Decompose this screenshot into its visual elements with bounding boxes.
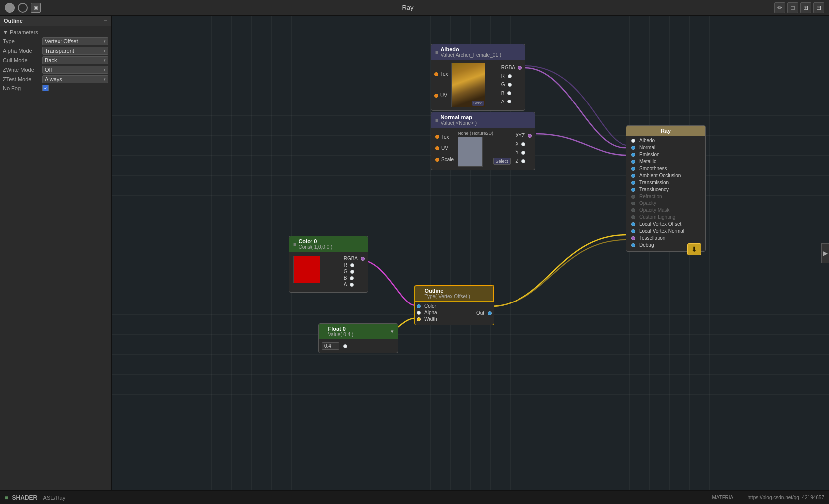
port-ol-alpha-in[interactable]: [417, 311, 421, 315]
panel-close-icon[interactable]: −: [104, 18, 107, 24]
port-ray-tessellation[interactable]: [631, 236, 635, 240]
port-ray-opacitymask[interactable]: [631, 208, 635, 212]
port-ray-debug[interactable]: [631, 243, 635, 247]
normalmap-inner: Tex UV Scale None (Texture2D): [433, 130, 533, 168]
port-b-out[interactable]: [507, 91, 511, 95]
ray-port-opacitymask: Opacity Mask: [628, 207, 703, 213]
port-r-out[interactable]: [508, 74, 512, 78]
albedo-port-b: B: [501, 91, 522, 96]
port-c-a-out[interactable]: [350, 283, 354, 287]
port-ray-metallic[interactable]: [631, 160, 635, 164]
port-ray-ao[interactable]: [631, 174, 635, 178]
albedo-subtitle: Value( Archer_Female_01 ): [440, 52, 501, 58]
color-port-a: A: [344, 282, 365, 287]
window-title: Ray: [402, 4, 413, 11]
port-ol-out[interactable]: [488, 311, 492, 315]
ray-port-ao: Ambient Occlusion: [628, 173, 703, 178]
left-panel: Outline − ▼ Parameters Type Vertex: Offs…: [0, 16, 112, 490]
port-c-rgba-out[interactable]: [361, 257, 365, 261]
shape-circle-btn[interactable]: [18, 3, 28, 13]
send-label[interactable]: Send: [472, 101, 483, 106]
param-value-cull[interactable]: Back ▾: [42, 56, 108, 64]
section-header: ▼ Parameters: [3, 29, 108, 35]
ray-port-smoothness: Smoothness: [628, 166, 703, 171]
color-port-rgba: RGBA: [344, 256, 365, 261]
shape-sphere-btn[interactable]: [5, 3, 15, 13]
port-ray-smoothness[interactable]: [631, 167, 635, 171]
pen-icon-btn[interactable]: ✏: [774, 2, 785, 13]
albedo-port-tex: Tex: [434, 71, 448, 77]
normalmap-subtitle: Value( <None> ): [440, 120, 477, 126]
port-c-r-out[interactable]: [350, 263, 354, 267]
port-nuv-in[interactable]: [435, 146, 439, 150]
panel-title-label: Outline: [4, 18, 23, 24]
port-ol-color-in[interactable]: [417, 304, 421, 308]
shape-box-btn[interactable]: ▣: [31, 3, 41, 13]
param-value-ztest[interactable]: Always ▾: [42, 75, 108, 83]
port-tex-in[interactable]: [434, 72, 438, 76]
albedo-inner: Tex UV Send RGBA: [433, 62, 523, 108]
color-port-r: R: [344, 262, 365, 268]
normalmap-middle: None (Texture2D) Select: [457, 130, 514, 168]
normalmap-tex-label: None (Texture2D): [458, 131, 493, 136]
outline-header: ≡ Outline Type( Vertex Offset ): [415, 285, 494, 302]
port-ol-width-in[interactable]: [417, 317, 421, 321]
nofog-checkbox[interactable]: [42, 85, 49, 91]
port-ray-albedo[interactable]: [631, 139, 635, 143]
outline-port-color: Color: [417, 303, 437, 309]
download-icon[interactable]: ⬇: [687, 243, 701, 255]
port-c-g-out[interactable]: [350, 270, 354, 274]
port-ray-lvo[interactable]: [631, 222, 635, 226]
param-value-zwrite[interactable]: Off ▾: [42, 66, 108, 74]
normalmap-select-btn[interactable]: Select: [493, 158, 511, 165]
float-value-input[interactable]: [322, 342, 339, 350]
ray-port-albedo: Albedo: [628, 138, 703, 143]
port-ray-customlighting[interactable]: [631, 215, 635, 219]
normalmap-menu-icon[interactable]: ≡: [435, 117, 438, 123]
float-menu-icon[interactable]: ≡: [323, 329, 326, 335]
color-body: RGBA R G B: [289, 252, 368, 292]
port-ray-refraction[interactable]: [631, 195, 635, 199]
port-z-out[interactable]: [521, 159, 525, 163]
float-dropdown-icon[interactable]: ▾: [391, 328, 394, 335]
port-c-b-out[interactable]: [350, 276, 354, 280]
color-inner: RGBA R G B: [291, 254, 366, 290]
normalmap-node: ≡ Normal map Value( <None> ) Tex: [431, 112, 535, 170]
port-ray-translucency[interactable]: [631, 188, 635, 192]
port-rgba-out[interactable]: [518, 66, 522, 70]
port-xyz-out[interactable]: [528, 134, 532, 138]
albedo-ports-left: Tex UV: [433, 62, 449, 108]
outline-menu-icon[interactable]: ≡: [419, 291, 422, 297]
param-row-cull: Cull Mode Back ▾: [3, 56, 108, 64]
param-label-alpha: Alpha Mode: [3, 48, 40, 54]
outline-inner: Color Alpha Width Out: [417, 303, 492, 323]
port-ray-emission[interactable]: [631, 153, 635, 157]
plus-icon-btn[interactable]: ⊞: [800, 2, 811, 13]
right-panel-arrow[interactable]: ▶: [821, 243, 829, 263]
ray-port-localvertexoffset: Local Vertex Offset: [628, 221, 703, 227]
square-icon-btn[interactable]: □: [787, 2, 798, 13]
port-g-out[interactable]: [508, 83, 512, 87]
normalmap-ports-left: Tex UV Scale: [433, 130, 456, 168]
grid-icon-btn[interactable]: ⊟: [813, 2, 824, 13]
outline-port-width: Width: [417, 316, 437, 322]
port-x-out[interactable]: [521, 142, 525, 146]
param-value-type[interactable]: Vertex: Offset ▾: [42, 37, 108, 45]
port-uv-in[interactable]: [434, 94, 438, 98]
port-ray-opacity[interactable]: [631, 202, 635, 205]
color-menu-icon[interactable]: ≡: [293, 241, 296, 247]
material-label: MATERIAL: [712, 495, 736, 500]
albedo-menu-icon[interactable]: ≡: [435, 49, 438, 55]
port-ray-normal[interactable]: [631, 146, 635, 150]
bottom-left: ■ SHADER ASE/Ray: [5, 494, 65, 501]
port-ray-transmission[interactable]: [631, 181, 635, 185]
canvas-area[interactable]: ≡ Albedo Value( Archer_Female_01 ) Tex: [112, 16, 829, 490]
float-subtitle: Value( 0.4 ): [328, 332, 353, 337]
port-a-out[interactable]: [507, 100, 511, 103]
param-value-alpha[interactable]: Transparent ▾: [42, 47, 108, 55]
port-y-out[interactable]: [521, 151, 525, 155]
port-ntex-in[interactable]: [435, 135, 439, 139]
port-ray-lvn[interactable]: [631, 229, 635, 233]
port-nscale-in[interactable]: [435, 158, 439, 162]
port-float-out[interactable]: [343, 344, 347, 348]
